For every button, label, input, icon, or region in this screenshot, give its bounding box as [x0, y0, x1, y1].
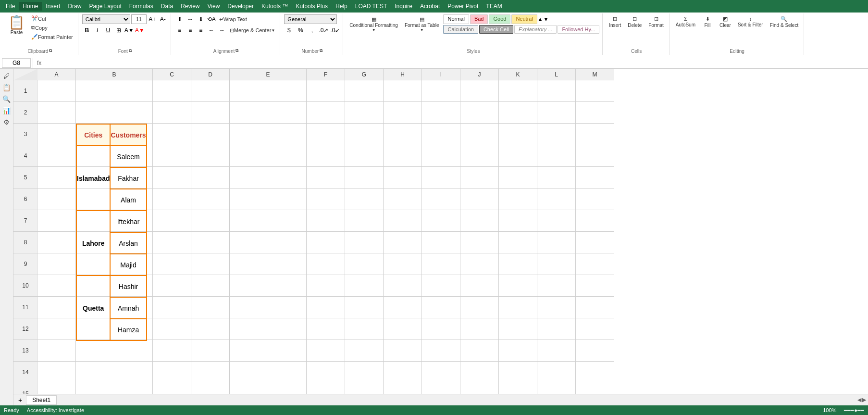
sheet-tab-1[interactable]: Sheet1 [26, 395, 57, 405]
number-expand-icon[interactable]: ⧉ [320, 48, 322, 53]
menu-load-test[interactable]: LOAD TEST [351, 2, 391, 11]
row-header-14[interactable]: 14 [13, 362, 37, 383]
cell-E13[interactable] [230, 340, 307, 362]
wrap-text-button[interactable]: ↵ Wrap Text [217, 15, 249, 24]
delete-button[interactable]: ⊟ Delete [625, 14, 644, 29]
cell-G4[interactable] [345, 145, 384, 167]
scroll-left-icon[interactable]: ◀ [857, 397, 861, 403]
cell-L7[interactable] [537, 210, 576, 232]
cell-I13[interactable] [422, 340, 460, 362]
cell-M4[interactable] [576, 145, 614, 167]
cell-G7[interactable] [345, 210, 384, 232]
cell-G1[interactable] [345, 80, 384, 102]
menu-power-pivot[interactable]: Power Pivot [444, 2, 482, 11]
cell-M8[interactable] [576, 232, 614, 253]
cell-A12[interactable] [37, 318, 76, 340]
menu-help[interactable]: Help [332, 2, 351, 11]
clear-button[interactable]: ◩ Clear [717, 14, 733, 29]
row-header-9[interactable]: 9 [13, 253, 37, 275]
cell-J12[interactable] [460, 318, 499, 340]
customer-hamza[interactable]: Hamza [110, 319, 146, 340]
row-header-7[interactable]: 7 [13, 210, 37, 232]
sidebar-tool-3[interactable]: 🔍 [1, 94, 12, 104]
menu-developer[interactable]: Developer [223, 2, 258, 11]
cell-L14[interactable] [537, 362, 576, 383]
cell-I3[interactable] [422, 124, 460, 145]
cell-J14[interactable] [460, 362, 499, 383]
font-size-input[interactable] [131, 14, 147, 24]
cell-D4[interactable] [191, 145, 230, 167]
row-header-11[interactable]: 11 [13, 297, 37, 318]
cell-L15[interactable] [537, 383, 576, 394]
cell-M7[interactable] [576, 210, 614, 232]
cell-M14[interactable] [576, 362, 614, 383]
cell-M11[interactable] [576, 297, 614, 318]
menu-acrobat[interactable]: Acrobat [416, 2, 444, 11]
cell-J13[interactable] [460, 340, 499, 362]
cell-F9[interactable] [307, 253, 345, 275]
col-header-J[interactable]: J [460, 69, 499, 80]
align-middle-button[interactable]: ↔ [186, 14, 195, 24]
menu-formulas[interactable]: Formulas [125, 2, 157, 11]
cell-C3[interactable] [153, 124, 191, 145]
align-top-button[interactable]: ⬆ [175, 14, 185, 24]
cell-A2[interactable] [37, 102, 76, 124]
cell-D14[interactable] [191, 362, 230, 383]
cell-E6[interactable] [230, 189, 307, 210]
cell-H2[interactable] [384, 102, 422, 124]
menu-insert[interactable]: Insert [42, 2, 64, 11]
bold-button[interactable]: B [82, 25, 92, 35]
row-header-12[interactable]: 12 [13, 318, 37, 340]
fill-button[interactable]: ⬇ Fill [700, 14, 715, 29]
cell-H1[interactable] [384, 80, 422, 102]
cell-K15[interactable] [499, 383, 537, 394]
cell-G9[interactable] [345, 253, 384, 275]
cell-M9[interactable] [576, 253, 614, 275]
align-center-button[interactable]: ≡ [186, 25, 195, 35]
cell-E2[interactable] [230, 102, 307, 124]
customer-iftekhar[interactable]: Iftekhar [110, 211, 146, 232]
cell-D5[interactable] [191, 167, 230, 189]
cell-J15[interactable] [460, 383, 499, 394]
cell-C1[interactable] [153, 80, 191, 102]
cell-C5[interactable] [153, 167, 191, 189]
cell-D13[interactable] [191, 340, 230, 362]
cell-L3[interactable] [537, 124, 576, 145]
cell-I15[interactable] [422, 383, 460, 394]
customer-arslan[interactable]: Arslan [110, 232, 146, 254]
cell-I9[interactable] [422, 253, 460, 275]
cell-J9[interactable] [460, 253, 499, 275]
cell-J6[interactable] [460, 189, 499, 210]
cities-header[interactable]: Cities [76, 124, 110, 146]
style-calculation-button[interactable]: Calculation [443, 25, 478, 34]
name-box[interactable] [2, 58, 31, 68]
cell-F1[interactable] [307, 80, 345, 102]
cell-C15[interactable] [153, 383, 191, 394]
cell-A5[interactable] [37, 167, 76, 189]
city-quetta[interactable]: Quetta [76, 276, 110, 340]
cell-L6[interactable] [537, 189, 576, 210]
cell-K2[interactable] [499, 102, 537, 124]
cell-G10[interactable] [345, 275, 384, 297]
align-right-button[interactable]: ≡ [196, 25, 206, 35]
cell-M13[interactable] [576, 340, 614, 362]
cell-E5[interactable] [230, 167, 307, 189]
cut-button[interactable]: ✂️ Cut [29, 14, 75, 23]
cell-H3[interactable] [384, 124, 422, 145]
customer-hashir[interactable]: Hashir [110, 276, 146, 297]
cell-C2[interactable] [153, 102, 191, 124]
cell-J11[interactable] [460, 297, 499, 318]
col-header-G[interactable]: G [345, 69, 384, 80]
cell-J1[interactable] [460, 80, 499, 102]
menu-file[interactable]: File [2, 2, 19, 11]
cell-A7[interactable] [37, 210, 76, 232]
row-header-3[interactable]: 3 [13, 124, 37, 145]
cell-J5[interactable] [460, 167, 499, 189]
cell-C6[interactable] [153, 189, 191, 210]
col-header-I[interactable]: I [422, 69, 460, 80]
customer-majid[interactable]: Majid [110, 254, 146, 276]
cell-D1[interactable] [191, 80, 230, 102]
col-header-L[interactable]: L [537, 69, 576, 80]
cell-G12[interactable] [345, 318, 384, 340]
cell-H4[interactable] [384, 145, 422, 167]
